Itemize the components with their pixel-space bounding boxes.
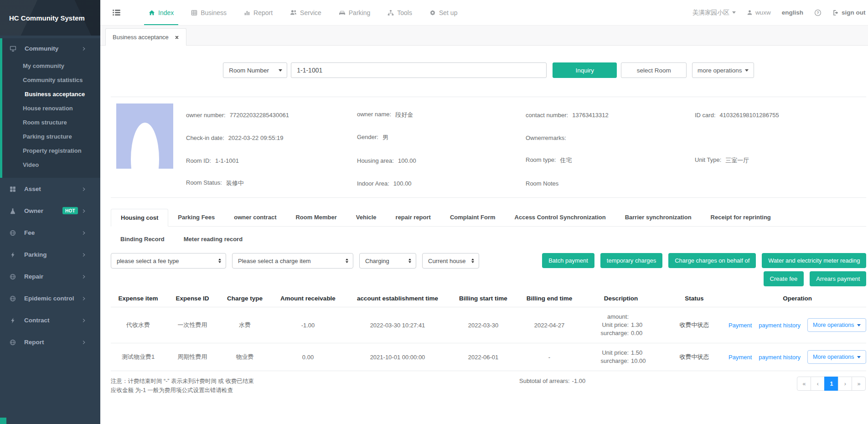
globe-icon bbox=[10, 295, 20, 301]
room-id-field: Room ID:1-1-1001 bbox=[186, 157, 357, 164]
nav-item-parking[interactable]: Parking bbox=[330, 0, 379, 25]
pagination-last[interactable]: » bbox=[852, 377, 866, 391]
nav-item-index[interactable]: Index bbox=[140, 0, 182, 25]
sidebar-item-parking-structure[interactable]: Parking structure bbox=[2, 129, 100, 144]
sidebar-item-room-structure[interactable]: Room structure bbox=[2, 115, 100, 129]
more-operations-button[interactable]: More operations bbox=[807, 318, 866, 332]
tab-meter-reading-record[interactable]: Meter reading record bbox=[174, 231, 252, 248]
grid-icon bbox=[191, 10, 197, 16]
payment-link[interactable]: Payment bbox=[728, 354, 752, 361]
chevron-right-icon bbox=[82, 186, 90, 192]
sidebar-item-community[interactable]: Community bbox=[2, 38, 100, 59]
sidebar-item-asset[interactable]: Asset bbox=[0, 178, 100, 200]
current-house-select[interactable]: Current house bbox=[422, 253, 479, 269]
sidebar-item-business-acceptance[interactable]: Business acceptance bbox=[2, 87, 100, 101]
temporary-charges-button[interactable]: temporary charges bbox=[600, 253, 662, 268]
pagination-prev[interactable]: ‹ bbox=[811, 377, 825, 391]
tab-receipt-reprinting[interactable]: Receipt for reprinting bbox=[701, 209, 780, 226]
charge-item-select[interactable]: Please select a charge item bbox=[232, 253, 353, 269]
meter-reading-button[interactable]: Water and electricity meter reading bbox=[762, 253, 866, 268]
sidebar-item-parking[interactable]: Parking bbox=[0, 243, 100, 265]
tab-housing-cost[interactable]: Housing cost bbox=[111, 209, 168, 227]
room-type-field: Room type:住宅 bbox=[526, 156, 695, 165]
tab-room-member[interactable]: Room Member bbox=[286, 209, 346, 226]
sidebar-item-video[interactable]: Video bbox=[2, 158, 100, 172]
cell-amount: 0.00 bbox=[270, 354, 346, 361]
page-content: Room Number Inquiry select Room more ope… bbox=[100, 46, 868, 424]
more-operations-button[interactable]: More operations bbox=[807, 350, 866, 364]
sidebar-item-owner[interactable]: Owner HOT bbox=[0, 200, 100, 222]
room-notes-field: Room Notes bbox=[526, 180, 695, 187]
sign-out-button[interactable]: sign out bbox=[832, 9, 866, 16]
pagination-page-1[interactable]: 1 bbox=[824, 377, 838, 391]
cell-expense-id: 周期性费用 bbox=[165, 353, 219, 361]
gear-icon bbox=[429, 10, 436, 16]
community-selector[interactable]: 美满家园小区 bbox=[692, 9, 736, 17]
chevron-right-icon bbox=[82, 339, 90, 346]
inquiry-button[interactable]: Inquiry bbox=[553, 62, 617, 78]
tab-complaint-form[interactable]: Complaint Form bbox=[440, 209, 505, 226]
nav-item-set-up[interactable]: Set up bbox=[421, 0, 466, 25]
sidebar-item-repair[interactable]: Repair bbox=[0, 265, 100, 287]
col-account-establishment-time: account establishment time bbox=[346, 295, 450, 302]
sidebar-item-epidemic-control[interactable]: Epidemic control bbox=[0, 287, 100, 309]
language-switch[interactable]: english bbox=[782, 9, 803, 16]
tab-repair-report[interactable]: repair report bbox=[386, 209, 440, 226]
table-row: 代收水费 一次性费用 水费 -1.00 2022-03-30 10:27:41 … bbox=[111, 307, 866, 343]
select-room-button[interactable]: select Room bbox=[621, 62, 687, 78]
sidebar-item-report[interactable]: Report bbox=[0, 331, 100, 353]
sidebar-item-fee[interactable]: Fee bbox=[0, 222, 100, 243]
charge-on-behalf-button[interactable]: Charge charges on behalf of bbox=[668, 253, 756, 268]
nav-item-report[interactable]: Report bbox=[235, 0, 281, 25]
create-fee-button[interactable]: Create fee bbox=[764, 271, 804, 286]
tab-binding-record[interactable]: Binding Record bbox=[111, 231, 174, 248]
chevron-right-icon bbox=[82, 317, 90, 324]
chevron-right-icon bbox=[82, 207, 90, 214]
cell-operation: Payment payment history More operations bbox=[728, 318, 866, 332]
sidebar-toggle-button[interactable] bbox=[112, 8, 121, 17]
detail-tabs-row2: Binding Record Meter reading record bbox=[111, 227, 866, 248]
tab-parking-fees[interactable]: Parking Fees bbox=[168, 209, 224, 226]
user-menu[interactable]: wuxw bbox=[747, 9, 771, 16]
cell-expense-item: 测试物业费1 bbox=[111, 353, 165, 361]
payment-history-link[interactable]: payment history bbox=[759, 354, 801, 361]
pagination: « ‹ 1 › » bbox=[797, 377, 866, 391]
globe-icon bbox=[10, 338, 20, 345]
more-operations-dropdown[interactable]: more operations bbox=[692, 62, 754, 78]
bolt-icon bbox=[10, 251, 20, 258]
nav-item-service[interactable]: Service bbox=[281, 0, 330, 25]
arrears-payment-button[interactable]: Arrears payment bbox=[810, 271, 866, 286]
search-type-select[interactable]: Room Number bbox=[223, 62, 287, 78]
search-input[interactable] bbox=[291, 62, 547, 78]
tab-owner-contract[interactable]: owner contract bbox=[224, 209, 286, 226]
pagination-next[interactable]: › bbox=[838, 377, 852, 391]
nav-item-business[interactable]: Business bbox=[182, 0, 235, 25]
sidebar-item-house-renovation[interactable]: House renovation bbox=[2, 101, 100, 115]
tab-business-acceptance[interactable]: Business acceptance bbox=[105, 28, 186, 46]
batch-payment-button[interactable]: Batch payment bbox=[542, 253, 594, 268]
nav-item-tools[interactable]: Tools bbox=[379, 0, 421, 25]
detail-tabs-row1: Housing cost Parking Fees owner contract… bbox=[111, 209, 866, 227]
close-icon[interactable] bbox=[175, 35, 179, 40]
contact-number-field: contact number:13763413312 bbox=[526, 112, 695, 119]
col-billing-start-time: Billing start time bbox=[450, 295, 517, 302]
help-button[interactable] bbox=[814, 9, 822, 16]
tab-vehicle[interactable]: Vehicle bbox=[346, 209, 386, 226]
indoor-area-field: Indoor Area:100.00 bbox=[357, 180, 526, 187]
status-badge: 收费中状态 bbox=[660, 321, 728, 329]
bolt-icon bbox=[10, 316, 20, 323]
sitemap-icon bbox=[388, 10, 394, 16]
tab-access-control-sync[interactable]: Access Control Synchronization bbox=[505, 209, 615, 226]
sidebar-item-property-registration[interactable]: Property registration bbox=[2, 144, 100, 158]
charging-status-select[interactable]: Charging bbox=[359, 253, 416, 269]
footnote-line2: 应收金额 为-1 一般为费用项公式设置出错请检查 bbox=[111, 386, 403, 395]
tab-barrier-sync[interactable]: Barrier synchronization bbox=[615, 209, 701, 226]
pagination-first[interactable]: « bbox=[797, 377, 811, 391]
id-card-field: ID card:410326198101286755 bbox=[695, 112, 866, 119]
sidebar-item-community-statistics[interactable]: Community statistics bbox=[2, 73, 100, 87]
payment-link[interactable]: Payment bbox=[728, 322, 752, 329]
sidebar-item-contract[interactable]: Contract bbox=[0, 309, 100, 331]
payment-history-link[interactable]: payment history bbox=[759, 322, 801, 329]
fee-type-select[interactable]: please select a fee type bbox=[111, 253, 226, 269]
sidebar-item-my-community[interactable]: My community bbox=[2, 59, 100, 73]
